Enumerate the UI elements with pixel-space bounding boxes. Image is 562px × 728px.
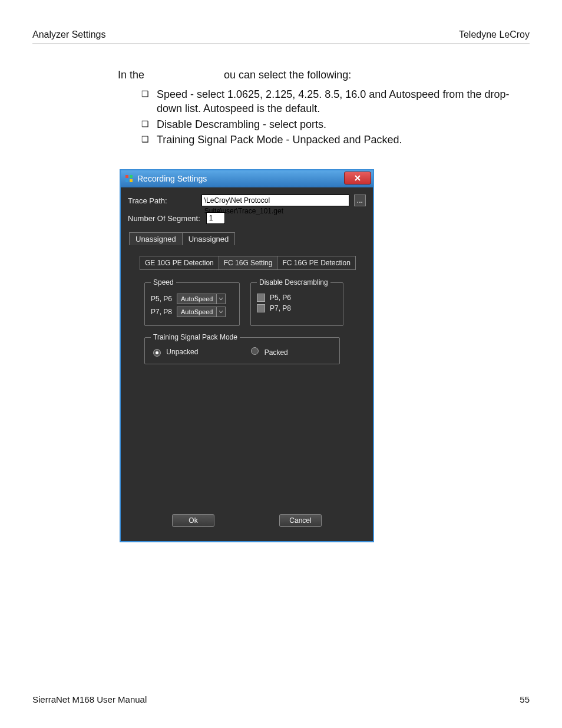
chevron-down-icon — [216, 294, 226, 304]
intro-prefix: In the — [118, 69, 144, 81]
num-segment-label: Number Of Segment: — [128, 214, 200, 223]
cancel-button[interactable]: Cancel — [279, 514, 322, 527]
dialog-titlebar: Recording Settings — [121, 170, 373, 187]
header-left: Analyzer Settings — [32, 29, 106, 40]
descramble-legend: Disable Descrambling — [257, 278, 330, 286]
descramble-ports-label: P5, P6 — [270, 294, 291, 302]
descramble-ports-label: P7, P8 — [270, 304, 291, 312]
descramble-checkbox-1[interactable] — [257, 294, 265, 302]
subtab-fc16g-pe[interactable]: FC 16G PE Detection — [277, 256, 355, 270]
svg-rect-2 — [125, 179, 128, 182]
footer-left: SierraNet M168 User Manual — [32, 694, 147, 704]
close-icon — [354, 175, 361, 181]
bullet-item: Training Signal Pack Mode - Unpacked and… — [141, 133, 518, 147]
chevron-down-icon — [216, 307, 226, 317]
speed-combo-2[interactable]: AutoSpeed — [177, 307, 226, 317]
close-button[interactable] — [344, 172, 371, 185]
num-segment-input[interactable]: 1 — [206, 212, 225, 224]
speed-combo-1[interactable]: AutoSpeed — [177, 294, 226, 304]
app-icon — [124, 174, 134, 183]
radio-icon — [251, 347, 259, 355]
radio-option-packed[interactable]: Packed — [251, 347, 287, 357]
intro-line: In theou can select the following: — [118, 69, 518, 81]
bullet-item: Speed - select 1.0625, 2.125, 4.25. 8.5,… — [141, 87, 518, 116]
radio-label: Packed — [265, 348, 288, 357]
subtab-ge10g[interactable]: GE 10G PE Detection — [140, 256, 219, 270]
speed-group: Speed P5, P6 AutoSpeed P7, P8 — [144, 278, 240, 326]
trace-path-label: Trace Path: — [128, 196, 167, 205]
training-group: Training Signal Pack Mode Unpacked Packe… — [144, 333, 340, 364]
intro-suffix: ou can select the following: — [224, 69, 351, 81]
descramble-group: Disable Descrambling P5, P6 P7, P8 — [250, 278, 343, 326]
speed-value-1: AutoSpeed — [177, 294, 216, 304]
radio-label: Unpacked — [166, 348, 198, 356]
svg-rect-1 — [130, 175, 133, 178]
speed-value-2: AutoSpeed — [177, 307, 216, 317]
bullet-item: Disable Descrambling - select ports. — [141, 117, 518, 131]
browse-button[interactable]: ... — [354, 195, 366, 206]
footer-page-number: 55 — [520, 694, 530, 704]
speed-ports-label: P7, P8 — [151, 308, 172, 316]
ok-button[interactable]: Ok — [172, 514, 214, 527]
trace-path-input[interactable]: \LeCroy\Net Protocol Suite\user\Trace_10… — [201, 195, 349, 206]
training-legend: Training Signal Pack Mode — [151, 333, 240, 341]
descramble-checkbox-2[interactable] — [257, 304, 265, 312]
svg-rect-3 — [130, 179, 133, 182]
dialog-title: Recording Settings — [137, 174, 207, 183]
tab-unassigned-1[interactable]: Unassigned — [129, 232, 183, 245]
header-right: Teledyne LeCroy — [459, 29, 530, 40]
speed-legend: Speed — [151, 278, 176, 286]
speed-ports-label: P5, P6 — [151, 295, 172, 303]
tab-unassigned-2[interactable]: Unassigned — [182, 232, 236, 245]
subtab-fc16g-setting[interactable]: FC 16G Setting — [219, 256, 278, 270]
radio-option-unpacked[interactable]: Unpacked — [153, 348, 198, 357]
svg-rect-0 — [125, 175, 128, 178]
radio-icon — [153, 349, 161, 357]
recording-settings-dialog: Recording Settings Trace Path: \LeCroy\N… — [120, 169, 374, 542]
